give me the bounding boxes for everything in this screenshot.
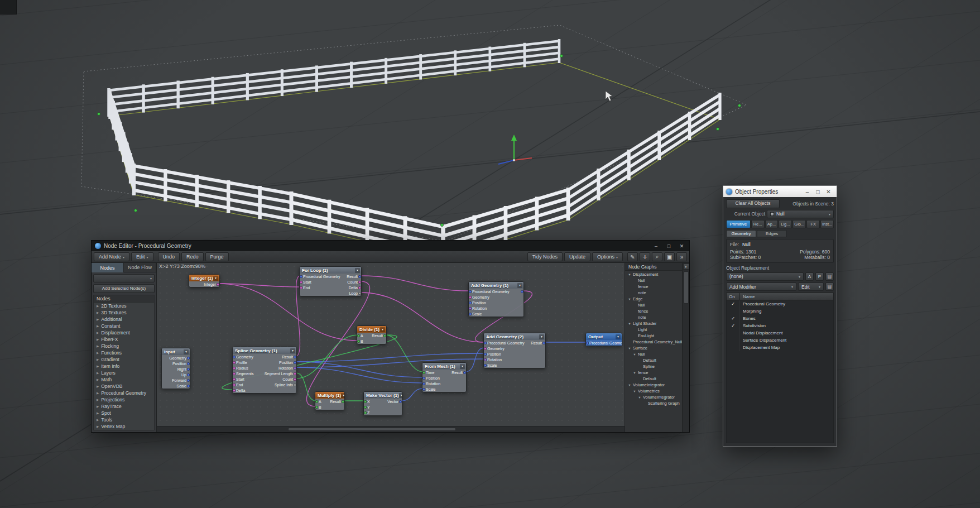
output-port[interactable] <box>294 378 296 381</box>
node-menu-icon[interactable]: ▾ <box>616 334 621 339</box>
input-port[interactable] <box>422 388 425 391</box>
graph-tree-item[interactable]: ▼Surface <box>625 345 682 351</box>
node-header[interactable]: Input▾ <box>162 348 190 355</box>
chevron-down-icon[interactable]: ▼ <box>627 273 632 276</box>
node-editor-minimize-button[interactable]: – <box>650 242 662 250</box>
node-filter-dropdown[interactable]: ▾ <box>93 274 155 282</box>
output-port[interactable] <box>187 379 190 382</box>
node-menu-icon[interactable]: ▾ <box>399 393 402 398</box>
graph-tree-item[interactable]: ▼fence <box>625 370 682 376</box>
category-tools[interactable]: ▶Tools <box>94 416 154 423</box>
toolbar-purge[interactable]: Purge <box>205 252 229 261</box>
category-item-info[interactable]: ▶Item Info <box>94 363 154 370</box>
node-header[interactable]: Divide (1)▾ <box>357 326 386 333</box>
node-menu-icon[interactable]: ▾ <box>460 364 465 369</box>
y-axis-arrow[interactable] <box>511 135 517 141</box>
subtab-geometry[interactable]: Geometry <box>726 230 756 237</box>
input-port[interactable] <box>422 377 425 380</box>
output-port[interactable] <box>542 342 545 344</box>
toolbar-undo[interactable]: Undo <box>158 252 180 261</box>
graph-tree-item[interactable]: fence <box>625 284 682 290</box>
chevron-down-icon[interactable]: ▼ <box>632 371 637 375</box>
graph-tree-item[interactable]: ▼Edge <box>625 296 682 302</box>
input-port[interactable] <box>315 400 318 403</box>
output-port[interactable] <box>521 290 523 293</box>
category-projections[interactable]: ▶Projections <box>94 396 154 403</box>
add-modifier-dropdown[interactable]: Add Modifier <box>726 282 796 291</box>
modifier-doc-icon[interactable]: ▤ <box>825 282 834 291</box>
node-editor-titlebar[interactable]: Node Editor - Procedural Geometry –□✕ <box>92 241 689 251</box>
input-port[interactable] <box>484 353 487 356</box>
input-port[interactable] <box>300 286 302 289</box>
menu-edit[interactable]: Edit▾ <box>131 252 153 261</box>
tab-ap[interactable]: Ap... <box>765 220 779 228</box>
input-port[interactable] <box>586 342 589 344</box>
chevron-down-icon[interactable]: ▼ <box>627 384 632 387</box>
input-port[interactable] <box>315 406 318 409</box>
node-menu-icon[interactable]: ▾ <box>184 349 189 354</box>
node-header[interactable]: Multiply (1)▾ <box>315 392 344 399</box>
input-port[interactable] <box>233 367 236 370</box>
input-port[interactable] <box>233 389 236 392</box>
object-replacement-dropdown[interactable]: (none) <box>726 272 804 281</box>
node-header[interactable]: From Mesh (1)▾ <box>422 363 466 370</box>
input-port[interactable] <box>469 290 472 293</box>
output-port[interactable] <box>187 385 190 387</box>
category-spot[interactable]: ▶Spot <box>94 410 154 416</box>
object-properties-maximize-button[interactable]: □ <box>813 188 823 196</box>
node-menu-icon[interactable]: ▾ <box>380 327 385 332</box>
node-menu-icon[interactable]: ▾ <box>290 348 295 353</box>
input-port[interactable] <box>422 371 425 374</box>
category-procedural-geometry[interactable]: ▶Procedural Geometry <box>94 390 154 396</box>
modifier-check[interactable]: ✓ <box>727 322 740 329</box>
category-raytrace[interactable]: ▶RayTrace <box>94 403 154 410</box>
modifier-row-procedural-geometry[interactable]: ✓Procedural Geometry <box>727 300 833 308</box>
input-port[interactable] <box>469 301 472 304</box>
vscroll-thumb[interactable] <box>684 271 689 304</box>
input-port[interactable] <box>364 406 367 409</box>
tab-re[interactable]: Re... <box>751 220 765 228</box>
chevron-down-icon[interactable]: ▼ <box>632 353 637 356</box>
output-port[interactable] <box>463 371 466 374</box>
spline-control-point[interactable] <box>440 223 443 226</box>
chevron-down-icon[interactable]: ▼ <box>627 298 632 301</box>
graph-tree-item[interactable]: Procedural Geometry_Null <box>625 339 682 345</box>
tab-nodes[interactable]: Nodes <box>92 263 124 272</box>
output-port[interactable] <box>294 372 296 375</box>
axis-gizmo[interactable] <box>498 135 532 164</box>
tab-inst[interactable]: Inst... <box>820 220 834 228</box>
category-vertex-map[interactable]: ▶Vertex Map <box>94 423 154 430</box>
object-properties-minimize-button[interactable]: – <box>802 188 813 196</box>
graph-tree-item[interactable]: fence <box>625 308 682 314</box>
tab-primitive[interactable]: Primitive <box>726 220 751 228</box>
node-wire[interactable] <box>401 389 423 401</box>
output-port[interactable] <box>217 283 219 286</box>
category-flocking[interactable]: ▶Flocking <box>94 343 154 349</box>
graph-node-add-geometry-1[interactable]: Add Geometry (1)▾Procedural GeometryGeom… <box>468 281 524 317</box>
graph-node-integer-1[interactable]: Integer (1)▾Integer <box>189 274 220 287</box>
graph-tree-item[interactable]: ▼Displacement <box>625 271 682 277</box>
more-icon[interactable]: » <box>676 252 687 261</box>
node-wire[interactable] <box>296 373 316 401</box>
object-properties-close-button[interactable]: ✕ <box>823 188 834 196</box>
graph-tree-item[interactable]: Default <box>625 376 682 382</box>
graph-tree-item[interactable]: Default <box>625 357 682 363</box>
canvas-vscrollbar[interactable]: ▾ <box>682 263 689 432</box>
chevron-down-icon[interactable]: ▼ <box>627 347 632 350</box>
input-port[interactable] <box>233 372 236 375</box>
output-port[interactable] <box>342 400 344 403</box>
input-port[interactable] <box>469 313 472 315</box>
input-port[interactable] <box>233 384 236 386</box>
toolbar-options[interactable]: Options▾ <box>592 252 623 261</box>
graph-node-add-geometry-2[interactable]: Add Geometry (2)▾Procedural GeometryResu… <box>483 333 546 368</box>
category-2d-textures[interactable]: ▶2D Textures <box>94 303 154 309</box>
node-menu-icon[interactable]: ▾ <box>341 393 344 398</box>
output-port[interactable] <box>383 334 386 337</box>
category-openvdb[interactable]: ▶OpenVDB <box>94 383 154 390</box>
tab-fx[interactable]: FX <box>806 220 820 228</box>
output-port[interactable] <box>187 373 190 376</box>
graph-tree-item[interactable]: ▼Light Shader <box>625 320 682 327</box>
graph-tree-item[interactable]: ▼VolumeIntegrator <box>625 382 682 388</box>
graph-tree-item[interactable]: Null <box>625 277 682 284</box>
paint-icon[interactable]: ✎ <box>627 252 638 261</box>
